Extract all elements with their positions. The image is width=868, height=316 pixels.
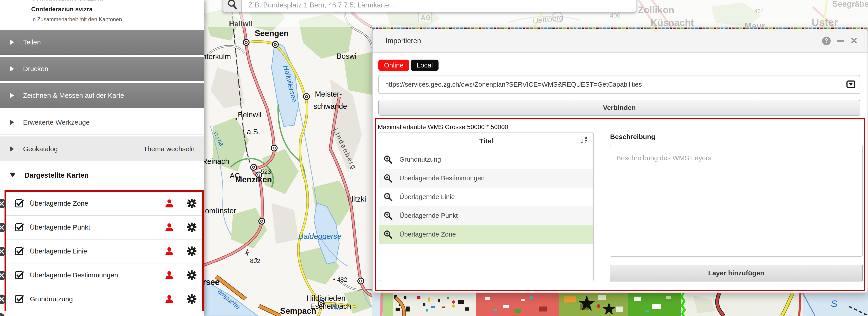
svg-text:omünster: omünster <box>205 207 236 215</box>
svg-text:a.S.: a.S. <box>247 128 260 136</box>
wms-url-field <box>378 75 860 94</box>
gear-settings-icon[interactable] <box>187 199 196 208</box>
chevron-down-icon <box>10 173 16 177</box>
annotation-red-box: Maximal erlaubte WMS Grösse 50000 * 5000… <box>375 118 865 291</box>
layer-row-ueberlagernde-punkt[interactable]: Überlagernde Punkt <box>6 215 202 239</box>
sort-alpha-icon[interactable]: ↓ A Z <box>580 136 587 145</box>
sidebar-item-drucken[interactable]: Drucken <box>0 57 204 81</box>
add-layer-button[interactable]: Layer hinzufügen <box>610 265 863 281</box>
layer-row-ueberlagernde-linie[interactable]: Überlagernde Linie <box>6 239 202 263</box>
remove-layer-icon[interactable] <box>0 222 6 233</box>
person-opacity-icon[interactable] <box>165 271 174 280</box>
map-zone-band[interactable]: S <box>372 293 868 316</box>
row-label: Überlagernde Punkt <box>399 212 458 219</box>
sidebar-item-dargestellte-karten[interactable]: Dargestellte Karten <box>0 163 204 187</box>
search-icon-button[interactable] <box>223 0 242 12</box>
layer-label: Überlagernde Zone <box>30 200 88 207</box>
chevron-right-icon <box>10 93 14 98</box>
connect-button[interactable]: Verbinden <box>378 100 860 115</box>
sidebar: Confederazione Svizzera Confederaziun sv… <box>0 0 204 316</box>
dialog-header[interactable]: Importieren ? ✕ <box>373 29 868 53</box>
remove-layer-icon[interactable] <box>0 271 6 280</box>
import-dialog: Importieren ? ✕ Online Local Verbinden M… <box>372 29 868 293</box>
person-opacity-icon[interactable] <box>165 294 174 304</box>
url-dropdown-icon[interactable] <box>846 80 855 89</box>
person-opacity-icon[interactable] <box>165 247 174 256</box>
svg-text:Reinach: Reinach <box>204 157 229 166</box>
chevron-right-icon <box>10 119 14 125</box>
layer-checkbox-checked[interactable] <box>15 271 24 280</box>
layer-row-ueberlagernde-zone[interactable]: Überlagernde Zone <box>6 191 202 215</box>
zoom-in-icon[interactable] <box>383 155 393 164</box>
menu-label: Geokatalog <box>23 145 58 153</box>
svg-text:523: 523 <box>261 168 271 175</box>
table-row-ueberlagernde-linie[interactable]: Überlagernde Linie <box>379 187 593 206</box>
zoom-in-icon[interactable] <box>383 192 393 202</box>
gear-settings-icon[interactable] <box>187 222 196 232</box>
table-row-ueberlagernde-punkt[interactable]: Überlagernde Punkt <box>379 206 593 225</box>
logo-block: Confederazione Svizzera Confederaziun sv… <box>0 0 204 27</box>
svg-text:482: 482 <box>337 276 347 283</box>
divider <box>396 211 396 221</box>
gear-settings-icon[interactable] <box>187 271 196 280</box>
description-textarea[interactable] <box>610 145 863 257</box>
sidebar-item-erweiterte-werkzeuge[interactable]: Erweiterte Werkzeuge <box>0 110 204 135</box>
search-input[interactable] <box>242 0 636 12</box>
tab-local[interactable]: Local <box>411 60 438 71</box>
layer-checkbox-checked[interactable] <box>15 199 24 208</box>
label-lake-s: S <box>831 299 837 309</box>
zoom-in-icon[interactable] <box>383 211 393 220</box>
row-label: Überlagernde Bestimmungen <box>399 174 485 182</box>
zoom-in-icon[interactable] <box>383 230 393 239</box>
theme-switch-link[interactable]: Thema wechseln <box>143 145 195 153</box>
label-hallwil: Hallwil <box>229 20 253 28</box>
remove-layer-icon[interactable] <box>0 246 6 256</box>
search-icon <box>227 0 238 11</box>
person-opacity-icon[interactable] <box>165 223 174 232</box>
minimize-icon[interactable] <box>837 40 844 42</box>
zoom-in-icon[interactable] <box>383 174 393 183</box>
svg-text:802: 802 <box>250 257 260 264</box>
dialog-title: Importieren <box>385 37 421 45</box>
table-row-ueberlagernde-zone-selected[interactable]: Überlagernde Zone <box>379 225 593 244</box>
gear-settings-icon[interactable] <box>187 246 196 256</box>
search-bar <box>223 0 636 12</box>
gear-settings-icon[interactable] <box>187 294 196 304</box>
column-header-titel: Titel <box>379 137 593 145</box>
menu-label: Zeichnen & Messen auf der Karte <box>23 92 124 99</box>
help-icon[interactable]: ? <box>822 37 831 45</box>
menu-label: Teilen <box>23 38 41 46</box>
layer-checkbox-checked[interactable] <box>15 247 24 256</box>
sort-arrow: ↓ <box>580 136 584 145</box>
svg-text:Meister-: Meister- <box>315 90 342 98</box>
layer-checkbox-checked[interactable] <box>15 294 24 304</box>
sidebar-item-geokatalog[interactable]: Geokatalog Thema wechseln <box>0 137 204 162</box>
map-canvas[interactable]: Seengen nterkulm Boswi Meister- schwande… <box>204 0 372 316</box>
svg-text:406: 406 <box>610 12 620 19</box>
layer-label: Überlagernde Punkt <box>30 223 90 231</box>
wms-url-input[interactable] <box>379 81 846 88</box>
remove-layer-icon-partial[interactable] <box>0 313 5 316</box>
sidebar-item-zeichnen[interactable]: Zeichnen & Messen auf der Karte <box>0 83 204 108</box>
layer-label: Überlagernde Bestimmungen <box>30 271 118 279</box>
layer-row-ueberlagernde-bestimmungen[interactable]: Überlagernde Bestimmungen <box>6 263 202 287</box>
layer-row-grundnutzung[interactable]: Grundnutzung <box>6 287 202 311</box>
sidebar-item-teilen[interactable]: Teilen <box>0 30 204 55</box>
section-heading: Dargestellte Karten <box>24 171 89 179</box>
tab-online[interactable]: Online <box>378 60 409 71</box>
wms-layer-table: Titel ↓ A Z Grundnutzung <box>379 132 594 281</box>
remove-layer-icon[interactable] <box>0 294 6 304</box>
svg-text:Hitzki: Hitzki <box>348 195 366 203</box>
row-label: Grundnutzung <box>399 156 441 163</box>
svg-text:nterkulm: nterkulm <box>204 52 231 61</box>
layer-checkbox-checked[interactable] <box>15 223 24 232</box>
table-row-grundnutzung[interactable]: Grundnutzung <box>379 150 593 169</box>
svg-text:Menziken: Menziken <box>235 175 272 184</box>
chevron-right-icon <box>10 146 14 152</box>
remove-layer-icon[interactable] <box>0 199 6 209</box>
close-icon[interactable]: ✕ <box>850 37 858 45</box>
table-row-ueberlagernde-bestimmungen[interactable]: Überlagernde Bestimmungen <box>379 169 593 187</box>
chevron-right-icon <box>10 66 14 72</box>
chevron-right-icon <box>10 39 14 45</box>
person-opacity-icon[interactable] <box>165 199 174 208</box>
